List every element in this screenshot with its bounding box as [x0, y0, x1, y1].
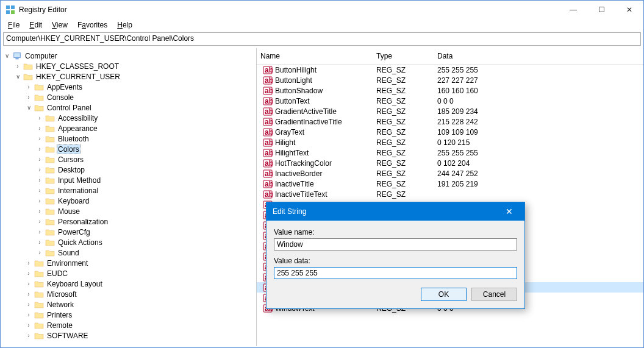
tree-toggle[interactable]: ›	[36, 187, 43, 194]
tree-item[interactable]: ›Personalization	[1, 216, 256, 227]
tree-toggle[interactable]: ›	[36, 177, 43, 183]
folder-icon	[45, 238, 55, 247]
tree-label: Network	[46, 300, 75, 309]
dialog-close-icon[interactable]: ✕	[500, 207, 518, 216]
tree-toggle[interactable]: ∨	[25, 104, 32, 111]
tree-toggle[interactable]: ›	[36, 135, 43, 142]
tree-toggle[interactable]: ›	[25, 311, 32, 318]
col-type[interactable]: Type	[373, 51, 434, 62]
tree-item[interactable]: ›Quick Actions	[1, 237, 256, 247]
menu-view[interactable]: View	[48, 20, 71, 30]
address-bar[interactable]: Computer\HKEY_CURRENT_USER\Control Panel…	[3, 32, 641, 46]
value-type: REG_SZ	[376, 190, 437, 199]
tree-toggle[interactable]: ›	[25, 291, 32, 297]
tree-toggle[interactable]: ›	[36, 239, 43, 246]
folder-icon	[34, 269, 44, 278]
tree-item[interactable]: ∨HKEY_CURRENT_USER	[1, 71, 256, 82]
tree-item[interactable]: ›Microsoft	[1, 289, 256, 299]
value-row[interactable]: HotTrackingColorREG_SZ0 102 204	[257, 158, 643, 168]
tree-toggle[interactable]: ›	[36, 146, 43, 152]
tree-item[interactable]: ›Network	[1, 299, 256, 310]
tree-item[interactable]: ›SOFTWARE	[1, 330, 256, 341]
tree-toggle[interactable]: ›	[36, 115, 43, 121]
tree-toggle[interactable]: ›	[36, 218, 43, 225]
tree-toggle[interactable]: ›	[36, 125, 43, 132]
menu-file[interactable]: File	[4, 20, 23, 30]
tree-toggle[interactable]: ›	[25, 83, 32, 90]
value-row[interactable]: InactiveTitleREG_SZ191 205 219	[257, 179, 643, 189]
tree-toggle[interactable]: ›	[25, 280, 32, 287]
value-data: 0 120 215	[437, 138, 643, 147]
value-data-input[interactable]	[274, 267, 517, 279]
tree-toggle[interactable]: ›	[25, 270, 32, 277]
minimize-button[interactable]: —	[559, 1, 587, 19]
tree-item[interactable]: ›Printers	[1, 310, 256, 320]
tree-item[interactable]: ›Sound	[1, 247, 256, 258]
tree-item[interactable]: ›Keyboard	[1, 196, 256, 206]
dialog-titlebar[interactable]: Edit String ✕	[267, 202, 524, 221]
tree-toggle[interactable]: ›	[36, 197, 43, 204]
tree-item[interactable]: ›Keyboard Layout	[1, 279, 256, 289]
tree-toggle[interactable]: ›	[36, 229, 43, 235]
value-row[interactable]: ButtonLightREG_SZ227 227 227	[257, 75, 643, 85]
value-name: GradientActiveTitle	[275, 107, 376, 116]
tree-item[interactable]: ›Environment	[1, 258, 256, 268]
tree-toggle[interactable]: ›	[25, 332, 32, 339]
value-row[interactable]: ButtonHilightREG_SZ255 255 255	[257, 65, 643, 75]
menu-edit[interactable]: Edit	[26, 20, 46, 30]
tree-toggle[interactable]: ›	[25, 260, 32, 266]
edit-string-dialog: Edit String ✕ Value name: Value data: OK…	[266, 202, 525, 309]
tree-toggle[interactable]: ∨	[3, 52, 10, 59]
value-row[interactable]: GradientActiveTitleREG_SZ185 209 234	[257, 106, 643, 116]
tree-item[interactable]: ›Mouse	[1, 206, 256, 216]
tree-item[interactable]: ∨Computer	[1, 51, 256, 61]
tree-item[interactable]: ›Accessibility	[1, 113, 256, 123]
tree-toggle[interactable]: ›	[36, 156, 43, 163]
folder-icon	[34, 300, 44, 309]
tree-item[interactable]: ›HKEY_CLASSES_ROOT	[1, 61, 256, 71]
tree-toggle[interactable]: ›	[25, 301, 32, 308]
tree-item[interactable]: ›Bluetooth	[1, 133, 256, 144]
tree-toggle[interactable]: ›	[36, 249, 43, 256]
tree-toggle[interactable]: ›	[36, 166, 43, 173]
menu-favorites[interactable]: Favorites	[74, 20, 111, 30]
tree-item[interactable]: ›Colors	[1, 144, 256, 154]
tree-item[interactable]: ›Appearance	[1, 123, 256, 133]
tree-toggle[interactable]: ›	[36, 208, 43, 215]
value-name: InactiveBorder	[275, 169, 376, 178]
tree-item[interactable]: ∨Control Panel	[1, 102, 256, 113]
tree-toggle[interactable]: ›	[25, 94, 32, 101]
tree-pane[interactable]: ∨Computer›HKEY_CLASSES_ROOT∨HKEY_CURRENT…	[1, 48, 257, 346]
value-row[interactable]: ButtonTextREG_SZ0 0 0	[257, 96, 643, 106]
tree-item[interactable]: ›Desktop	[1, 165, 256, 175]
value-row[interactable]: InactiveTitleTextREG_SZ	[257, 189, 643, 199]
value-row[interactable]: HilightREG_SZ0 120 215	[257, 137, 643, 147]
tree-toggle[interactable]: ›	[25, 322, 32, 328]
string-value-icon	[263, 138, 273, 147]
value-row[interactable]: InactiveBorderREG_SZ244 247 252	[257, 168, 643, 179]
cancel-button[interactable]: Cancel	[471, 288, 517, 301]
ok-button[interactable]: OK	[421, 288, 467, 301]
maximize-button[interactable]: ☐	[587, 1, 615, 19]
value-name-input[interactable]	[274, 238, 517, 250]
value-row[interactable]: ButtonShadowREG_SZ160 160 160	[257, 85, 643, 96]
value-row[interactable]: HilightTextREG_SZ255 255 255	[257, 147, 643, 158]
menu-help[interactable]: Help	[113, 20, 136, 30]
value-row[interactable]: GrayTextREG_SZ109 109 109	[257, 127, 643, 137]
value-name: InactiveTitleText	[275, 190, 376, 199]
col-data[interactable]: Data	[434, 51, 643, 62]
col-name[interactable]: Name	[257, 51, 373, 62]
tree-item[interactable]: ›Cursors	[1, 154, 256, 165]
tree-toggle[interactable]: ∨	[14, 73, 21, 80]
tree-item[interactable]: ›PowerCfg	[1, 227, 256, 237]
tree-item[interactable]: ›Remote	[1, 320, 256, 330]
value-row[interactable]: GradientInactiveTitleREG_SZ215 228 242	[257, 116, 643, 127]
value-name: ButtonShadow	[275, 87, 376, 95]
tree-toggle[interactable]: ›	[14, 63, 21, 69]
tree-item[interactable]: ›International	[1, 185, 256, 196]
tree-item[interactable]: ›Input Method	[1, 175, 256, 185]
tree-item[interactable]: ›EUDC	[1, 268, 256, 279]
tree-item[interactable]: ›AppEvents	[1, 82, 256, 92]
close-button[interactable]: ✕	[615, 1, 643, 19]
tree-item[interactable]: ›Console	[1, 92, 256, 102]
